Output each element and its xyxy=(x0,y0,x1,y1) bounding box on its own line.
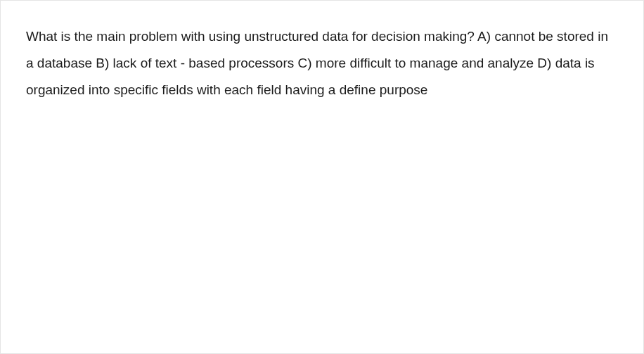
question-text: What is the main problem with using unst… xyxy=(26,23,618,103)
